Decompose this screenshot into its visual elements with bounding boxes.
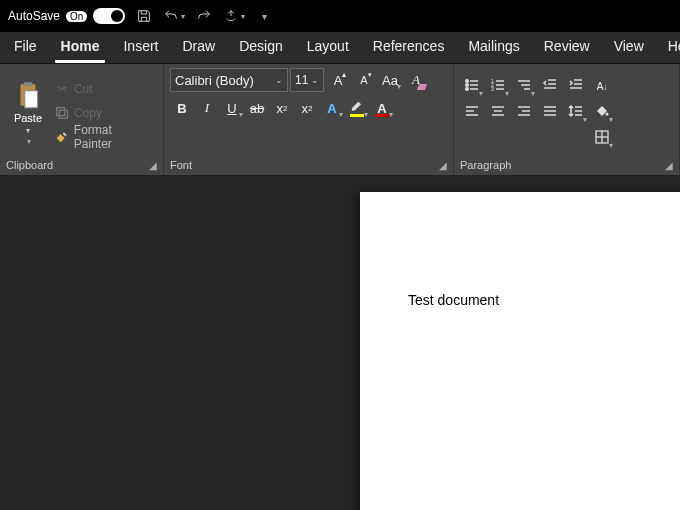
svg-point-41 [606, 113, 609, 116]
sort-button[interactable]: A↓ [590, 75, 614, 99]
subscript-button[interactable]: x2 [270, 96, 294, 120]
ribbon: Paste ▾ ✂ Cut Copy Format Painter Clipb [0, 64, 680, 176]
multilevel-list-button[interactable] [512, 75, 536, 99]
paste-label: Paste [14, 112, 42, 124]
numbering-icon: 123 [490, 77, 506, 96]
cut-button[interactable]: ✂ Cut [50, 78, 157, 100]
increase-font-button[interactable]: A▴ [326, 68, 350, 92]
italic-button[interactable]: I [195, 96, 219, 120]
line-spacing-icon [568, 103, 584, 122]
paste-button[interactable]: Paste ▾ [6, 68, 50, 157]
outdent-icon [542, 77, 558, 96]
clear-formatting-button[interactable]: A [404, 68, 428, 92]
bullets-icon [464, 77, 480, 96]
copy-label: Copy [74, 106, 102, 120]
customize-qat-button[interactable]: ▾ [253, 5, 275, 27]
quick-access-more-button[interactable] [223, 5, 245, 27]
svg-rect-2 [25, 90, 38, 107]
underline-button[interactable]: U [220, 96, 244, 120]
paragraph-dialog-launcher[interactable]: ◢ [665, 160, 673, 171]
align-center-icon [490, 103, 506, 122]
tab-review[interactable]: Review [538, 32, 596, 63]
indent-icon [568, 77, 584, 96]
font-size-value: 11 [295, 73, 308, 87]
change-case-label: Aa [382, 73, 398, 88]
paint-bucket-icon [594, 103, 610, 122]
tab-view[interactable]: View [608, 32, 650, 63]
text-effects-button[interactable]: A [320, 96, 344, 120]
align-center-button[interactable] [486, 101, 510, 125]
text-effects-icon: A [327, 101, 336, 116]
tab-references[interactable]: References [367, 32, 451, 63]
borders-icon [594, 129, 610, 148]
ribbon-tabs: File Home Insert Draw Design Layout Refe… [0, 32, 680, 64]
clipboard-dialog-launcher[interactable]: ◢ [149, 160, 157, 171]
autosave-state: On [66, 11, 87, 22]
strikethrough-button[interactable]: ab [245, 96, 269, 120]
justify-icon [542, 103, 558, 122]
title-bar: AutoSave On ▾ [0, 0, 680, 32]
document-body-text[interactable]: Test document [408, 292, 680, 308]
font-color-button[interactable]: A [370, 96, 394, 120]
svg-point-9 [466, 88, 469, 91]
autosave-label: AutoSave [8, 9, 60, 23]
bullets-button[interactable] [460, 75, 484, 99]
increase-indent-button[interactable] [564, 75, 588, 99]
scissors-icon: ✂ [54, 81, 70, 97]
clipboard-paste-icon [15, 80, 41, 110]
svg-rect-4 [57, 107, 65, 115]
justify-button[interactable] [538, 101, 562, 125]
tab-home[interactable]: Home [55, 32, 106, 63]
font-size-select[interactable]: 11⌄ [290, 68, 324, 92]
clipboard-group-label: Clipboard [6, 159, 53, 171]
tab-mailings[interactable]: Mailings [462, 32, 525, 63]
tab-help[interactable]: Help [662, 32, 680, 63]
borders-button[interactable] [590, 127, 614, 151]
group-clipboard: Paste ▾ ✂ Cut Copy Format Painter Clipb [0, 64, 164, 175]
svg-rect-1 [24, 82, 33, 86]
font-name-value: Calibri (Body) [175, 73, 254, 88]
svg-rect-3 [59, 110, 67, 118]
tab-insert[interactable]: Insert [117, 32, 164, 63]
tab-layout[interactable]: Layout [301, 32, 355, 63]
document-page[interactable]: Test document [360, 192, 680, 510]
undo-button[interactable] [163, 5, 185, 27]
format-painter-button[interactable]: Format Painter [50, 126, 157, 148]
paragraph-group-label: Paragraph [460, 159, 511, 171]
cut-label: Cut [74, 82, 93, 96]
bold-button[interactable]: B [170, 96, 194, 120]
line-spacing-button[interactable] [564, 101, 588, 125]
change-case-button[interactable]: Aa [378, 68, 402, 92]
autosave-toggle[interactable]: AutoSave On [8, 8, 125, 24]
svg-text:3: 3 [491, 86, 494, 92]
align-left-button[interactable] [460, 101, 484, 125]
svg-point-5 [466, 80, 469, 83]
decrease-font-button[interactable]: A▾ [352, 68, 376, 92]
decrease-indent-button[interactable] [538, 75, 562, 99]
paintbrush-icon [54, 129, 70, 145]
redo-button[interactable] [193, 5, 215, 27]
multilevel-icon [516, 77, 532, 96]
superscript-button[interactable]: x2 [295, 96, 319, 120]
sort-az-icon: A↓ [597, 81, 608, 92]
svg-point-7 [466, 84, 469, 87]
highlight-button[interactable] [345, 96, 369, 120]
numbering-button[interactable]: 123 [486, 75, 510, 99]
align-right-button[interactable] [512, 101, 536, 125]
copy-button[interactable]: Copy [50, 102, 157, 124]
font-name-select[interactable]: Calibri (Body)⌄ [170, 68, 288, 92]
save-icon[interactable] [133, 5, 155, 27]
format-painter-label: Format Painter [74, 123, 153, 151]
chevron-down-icon: ⌄ [275, 75, 283, 85]
chevron-down-icon: ⌄ [311, 75, 319, 85]
shading-button[interactable] [590, 101, 614, 125]
group-font: Calibri (Body)⌄ 11⌄ A▴ A▾ Aa A B I U ab … [164, 64, 454, 175]
tab-draw[interactable]: Draw [176, 32, 221, 63]
toggle-switch-icon [93, 8, 125, 24]
tab-file[interactable]: File [8, 32, 43, 63]
document-workspace[interactable]: Test document [0, 176, 680, 510]
align-left-icon [464, 103, 480, 122]
tab-design[interactable]: Design [233, 32, 289, 63]
font-group-label: Font [170, 159, 192, 171]
font-dialog-launcher[interactable]: ◢ [439, 160, 447, 171]
